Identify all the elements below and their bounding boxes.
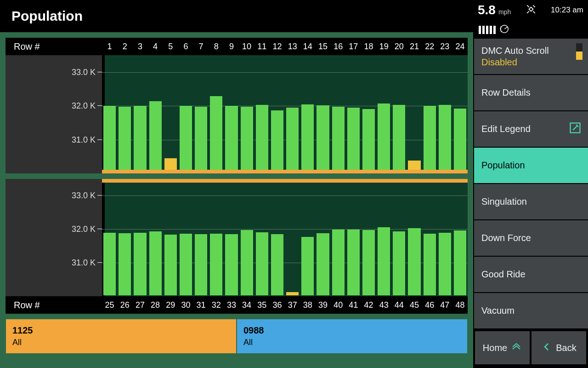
bar-slot[interactable]: [117, 55, 132, 170]
svg-line-3: [527, 11, 529, 13]
bar-slot[interactable]: [407, 55, 422, 170]
row-number: 8: [209, 42, 224, 52]
bar-slot[interactable]: [224, 55, 239, 170]
bar-slot[interactable]: [437, 55, 452, 170]
bar: [317, 233, 329, 295]
bar: [210, 234, 222, 295]
row-number: 32: [209, 300, 224, 310]
sidebar-item-singulation[interactable]: Singulation: [474, 184, 588, 219]
bar-slot[interactable]: [102, 183, 117, 295]
bar-slot[interactable]: [452, 55, 468, 170]
bar-slot[interactable]: [148, 183, 163, 295]
bar-slot[interactable]: [315, 55, 330, 170]
bar-slot[interactable]: [407, 183, 422, 295]
row-number: 11: [254, 42, 270, 52]
info-card-left[interactable]: 1125 All: [6, 319, 236, 353]
edit-icon: [569, 121, 582, 137]
y-axis-top: 31.0 K32.0 K33.0 K: [6, 55, 102, 173]
bar-slot[interactable]: [193, 55, 209, 170]
signal-bars-icon: [479, 26, 496, 34]
home-icon: [511, 341, 522, 355]
home-button[interactable]: Home: [475, 331, 530, 364]
bar-slot[interactable]: [132, 183, 147, 295]
bar-slot[interactable]: [361, 55, 376, 170]
bar-slot[interactable]: [270, 183, 285, 295]
row-number: 10: [239, 42, 254, 52]
back-label: Back: [556, 343, 576, 353]
bar-slot[interactable]: [193, 183, 209, 295]
chevron-left-icon: [541, 341, 552, 355]
row-number: 39: [315, 300, 330, 310]
bar-slot[interactable]: [102, 55, 117, 170]
bar-slot[interactable]: [163, 183, 178, 295]
bar-slot[interactable]: [239, 183, 254, 295]
bar-slot[interactable]: [331, 55, 346, 170]
sidebar-item-edit-legend[interactable]: Edit Legend: [474, 111, 588, 147]
sidebar-item-auto-scroll[interactable]: DMC Auto Scroll Disabled: [474, 39, 588, 74]
bar-slot[interactable]: [315, 183, 330, 295]
bars-region-top[interactable]: [102, 55, 468, 173]
bar-slot[interactable]: [178, 55, 193, 170]
row-footer-bottom: Row # 2526272829303132333435363738394041…: [6, 296, 468, 314]
row-number: 3: [132, 42, 147, 52]
bar-slot[interactable]: [285, 183, 300, 295]
bar-slot[interactable]: [254, 55, 270, 170]
sidebar-item-good-ride[interactable]: Good Ride: [474, 257, 588, 292]
bar-slot[interactable]: [422, 183, 437, 295]
bars-region-bottom[interactable]: [102, 179, 468, 296]
bar: [362, 230, 375, 295]
row-number: 14: [300, 42, 315, 52]
bar: [439, 105, 451, 170]
row-number: 12: [270, 42, 285, 52]
row-number: 48: [452, 300, 468, 310]
bar: [317, 105, 329, 170]
bar-slot[interactable]: [346, 183, 361, 295]
bars-wrap: [102, 55, 468, 170]
sidebar-item-population[interactable]: Population: [474, 148, 588, 183]
bar-slot[interactable]: [376, 55, 391, 170]
page-title: Population: [11, 8, 83, 24]
svg-line-4: [533, 11, 535, 13]
sidebar-item-vacuum[interactable]: Vacuum: [474, 293, 588, 328]
bar-slot[interactable]: [132, 55, 147, 170]
bar-slot[interactable]: [376, 183, 391, 295]
bar-slot[interactable]: [224, 183, 239, 295]
bar-slot[interactable]: [209, 55, 224, 170]
bar-slot[interactable]: [239, 55, 254, 170]
bar-slot[interactable]: [391, 55, 407, 170]
info-card-left-value: 1125: [12, 325, 230, 336]
bar-slot[interactable]: [178, 183, 193, 295]
y-tick-label: 33.0 K: [72, 191, 96, 201]
sidebar-item-down-force[interactable]: Down Force: [474, 220, 588, 256]
bar-slot[interactable]: [437, 183, 452, 295]
info-card-right[interactable]: 0988 All: [237, 319, 467, 353]
bar-slot[interactable]: [452, 183, 468, 295]
bar-slot[interactable]: [117, 183, 132, 295]
bar-slot[interactable]: [422, 55, 437, 170]
bar: [332, 107, 345, 170]
bar-slot[interactable]: [361, 183, 376, 295]
bar-slot[interactable]: [346, 55, 361, 170]
bar: [119, 107, 131, 170]
bar-slot[interactable]: [300, 55, 315, 170]
info-row: 1125 All 0988 All: [6, 319, 468, 353]
sidebar-item-row-details[interactable]: Row Details: [474, 75, 588, 110]
bar-slot[interactable]: [209, 183, 224, 295]
baseline-strip: [102, 170, 468, 173]
bar-slot[interactable]: [285, 55, 300, 170]
bar-slot[interactable]: [331, 183, 346, 295]
bar-slot[interactable]: [148, 55, 163, 170]
bar-slot[interactable]: [270, 55, 285, 170]
back-button[interactable]: Back: [531, 331, 586, 364]
bar-slot[interactable]: [391, 183, 407, 295]
bar: [149, 101, 162, 170]
row-number: 35: [254, 300, 270, 310]
bar: [225, 234, 237, 295]
svg-line-2: [533, 5, 535, 7]
info-card-right-value: 0988: [243, 325, 461, 336]
bar-slot[interactable]: [300, 183, 315, 295]
bar-slot[interactable]: [254, 183, 270, 295]
row-number: 46: [422, 300, 437, 310]
bar-slot[interactable]: [163, 55, 178, 170]
clock: 10:23 am: [551, 6, 583, 15]
